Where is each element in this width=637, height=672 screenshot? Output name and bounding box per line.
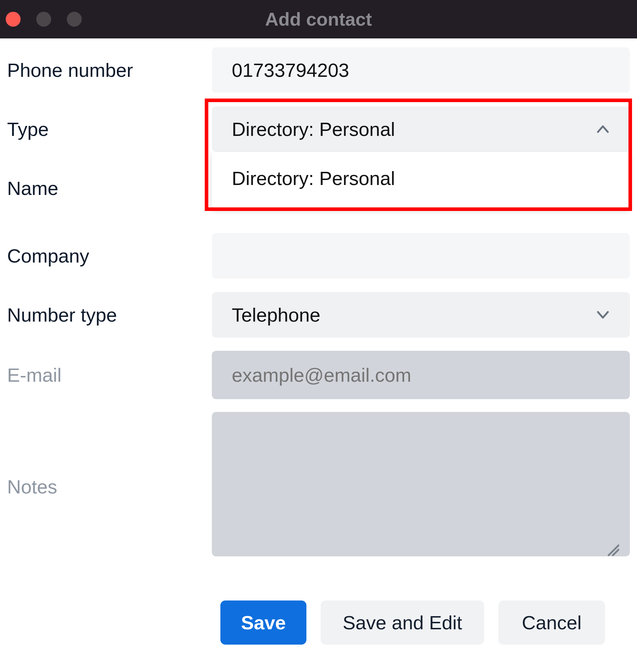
resize-grip-icon[interactable]	[606, 538, 619, 551]
label-company: Company	[7, 244, 212, 268]
chevron-down-icon	[596, 308, 610, 322]
phone-number-input[interactable]	[212, 47, 630, 93]
label-phone-number: Phone number	[7, 59, 212, 82]
row-phone-number: Phone number	[7, 47, 630, 93]
label-name: Name	[7, 177, 212, 200]
label-number-type: Number type	[7, 303, 212, 327]
number-type-select[interactable]: Telephone	[212, 292, 630, 338]
type-select[interactable]: Directory: Personal	[212, 106, 630, 152]
row-email: E-mail	[7, 351, 630, 399]
notes-textarea[interactable]	[212, 412, 630, 556]
save-button[interactable]: Save	[220, 600, 306, 645]
type-dropdown-panel: Directory: Personal	[212, 152, 630, 208]
window-title-bar: Add contact	[0, 0, 637, 38]
label-email: E-mail	[7, 364, 212, 387]
label-type: Type	[7, 118, 212, 141]
company-input[interactable]	[212, 233, 630, 279]
chevron-up-icon	[596, 122, 610, 136]
row-type: Type Directory: Personal Directory: Pers…	[7, 106, 630, 152]
row-notes: Notes	[7, 412, 630, 561]
number-type-select-value: Telephone	[232, 303, 320, 327]
window-title: Add contact	[0, 8, 637, 30]
type-select-value: Directory: Personal	[232, 118, 395, 141]
row-company: Company	[7, 233, 630, 279]
label-notes: Notes	[7, 475, 212, 498]
type-option-label: Directory: Personal	[232, 167, 395, 190]
save-and-edit-button[interactable]: Save and Edit	[321, 600, 484, 645]
type-option-directory-personal[interactable]: Directory: Personal	[212, 155, 630, 202]
add-contact-form: Phone number Type Directory: Personal Di…	[0, 38, 637, 645]
dialog-button-row: Save Save and Edit Cancel	[7, 600, 630, 645]
cancel-button[interactable]: Cancel	[498, 600, 605, 645]
email-input[interactable]	[212, 351, 630, 399]
row-number-type: Number type Telephone	[7, 292, 630, 338]
